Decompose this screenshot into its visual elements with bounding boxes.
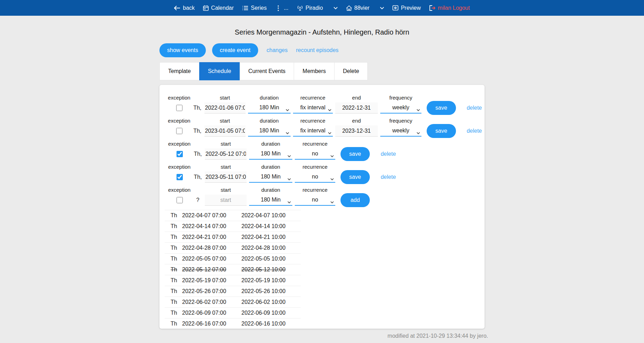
create-event-button[interactable]: create event — [212, 43, 258, 57]
start-input[interactable] — [205, 148, 247, 160]
nav-studio-label: 88vier — [354, 5, 370, 11]
delete-link[interactable]: delete — [467, 101, 482, 115]
duration-label: duration — [260, 95, 279, 102]
duration-label: duration — [260, 118, 279, 125]
end-input[interactable] — [335, 125, 378, 137]
chevron-down-icon — [417, 130, 420, 136]
save-button[interactable]: save — [427, 124, 456, 138]
recurrence-select[interactable]: no — [295, 148, 335, 160]
schedule-row: exception Th, start duration 180 Min rec… — [168, 141, 485, 160]
schedule-row: exception Th, start duration 180 Min rec… — [168, 118, 485, 137]
start-input[interactable] — [204, 102, 246, 114]
tab-schedule[interactable]: Schedule — [199, 62, 240, 80]
schedule-add-row: exception ? start duration 180 Min recur… — [168, 187, 485, 206]
recurrence-label: recurrence — [302, 164, 328, 171]
recurrence-label: recurrence — [300, 118, 325, 125]
chevron-down-icon — [287, 176, 291, 182]
nav-preview[interactable]: Preview — [392, 5, 421, 11]
nav-calendar-label: Calendar — [211, 5, 234, 11]
nav-logout[interactable]: milan Logout — [429, 5, 470, 11]
show-events-button[interactable]: show events — [159, 43, 206, 57]
day-label: Th, — [193, 125, 202, 137]
exception-checkbox[interactable] — [177, 151, 183, 157]
add-button[interactable]: add — [340, 193, 370, 207]
exception-label: exception — [168, 95, 190, 102]
frequency-select[interactable]: weekly — [380, 125, 421, 137]
tab-template[interactable]: Template — [159, 62, 200, 80]
end-label: end — [352, 118, 361, 125]
nav-preview-label: Preview — [401, 5, 421, 11]
frequency-select[interactable]: weekly — [380, 102, 421, 114]
chevron-down-icon — [330, 199, 334, 205]
station-dropdown-chevron[interactable] — [334, 7, 338, 9]
recount-episodes-link[interactable]: recount episodes — [296, 47, 339, 53]
nav-calendar[interactable]: Calendar — [203, 5, 234, 11]
duration-select[interactable]: 180 Min — [248, 102, 291, 114]
nav-more-label: ... — [284, 5, 288, 11]
duration-label: duration — [261, 164, 280, 171]
page-title: Series Morgenmagazin - Aufstehn, Hinlege… — [0, 28, 644, 36]
recurrence-select[interactable]: no — [295, 172, 335, 183]
tab-delete[interactable]: Delete — [334, 62, 368, 80]
exception-label: exception — [168, 141, 190, 148]
end-input[interactable] — [335, 102, 378, 114]
chevron-down-icon — [417, 107, 420, 113]
start-label: start — [220, 164, 231, 171]
event-row: Th 2022-05-26 07:00 2022-05-26 10:00 — [165, 286, 301, 297]
event-row: Th 2022-05-19 07:00 2022-05-19 10:00 — [165, 275, 301, 286]
duration-select[interactable]: 180 Min — [249, 172, 292, 183]
nav-station[interactable]: Piradio — [297, 5, 323, 11]
duration-label: duration — [261, 141, 280, 148]
chevron-down-icon — [330, 176, 334, 182]
changes-link[interactable]: changes — [267, 47, 288, 53]
start-input[interactable] — [205, 172, 247, 183]
start-label: start — [220, 141, 231, 148]
list-icon — [242, 6, 248, 10]
recurrence-select[interactable]: fix interval — [293, 125, 333, 137]
save-button[interactable]: save — [427, 101, 456, 115]
save-button[interactable]: save — [340, 147, 370, 161]
delete-link[interactable]: delete — [381, 147, 396, 161]
nav-back[interactable]: back — [174, 5, 195, 11]
arrow-left-icon — [174, 6, 180, 10]
exception-label: exception — [168, 164, 190, 171]
schedule-row: exception Th, start duration 180 Min rec… — [168, 95, 485, 114]
delete-link[interactable]: delete — [467, 124, 482, 138]
schedule-panel: exception Th, start duration 180 Min rec… — [159, 85, 485, 329]
nav-series[interactable]: Series — [242, 5, 267, 11]
tab-members[interactable]: Members — [294, 62, 335, 80]
duration-select[interactable]: 180 Min — [249, 148, 292, 160]
chevron-down-icon — [287, 153, 291, 159]
save-button[interactable]: save — [340, 170, 370, 184]
nav-studio[interactable]: 88vier — [346, 5, 370, 11]
recurrence-select[interactable]: fix interval — [293, 102, 333, 114]
events-table: Th 2022-04-07 07:00 2022-04-07 10:00 Th … — [165, 210, 301, 329]
nav-more[interactable]: ⋮ ... — [275, 5, 288, 11]
exception-checkbox[interactable] — [177, 174, 183, 180]
start-input[interactable] — [204, 125, 246, 137]
studio-dropdown-chevron[interactable] — [380, 7, 384, 9]
duration-select[interactable]: 180 Min — [249, 195, 292, 206]
day-label: ? — [193, 194, 202, 206]
chevron-down-icon — [287, 199, 291, 205]
exception-checkbox[interactable] — [177, 197, 183, 203]
antenna-icon — [297, 5, 303, 11]
calendar-icon — [203, 5, 209, 11]
event-row: Th 2022-04-14 07:00 2022-04-14 10:00 — [165, 221, 301, 232]
delete-link[interactable]: delete — [381, 170, 396, 184]
exception-checkbox[interactable] — [176, 105, 182, 111]
event-row-cancelled: Th 2022-05-12 07:00 2022-05-12 10:00 — [165, 264, 301, 275]
start-input[interactable] — [205, 195, 247, 206]
duration-select[interactable]: 180 Min — [248, 125, 291, 137]
tab-bar: Template Schedule Current Events Members… — [159, 62, 485, 80]
schedule-row: exception Th, start duration 180 Min rec… — [168, 164, 485, 183]
exception-checkbox[interactable] — [176, 128, 182, 134]
tab-current-events[interactable]: Current Events — [240, 62, 294, 80]
event-row: Th 2022-06-09 07:00 2022-06-09 10:00 — [165, 308, 301, 319]
event-row: Th 2022-04-28 07:00 2022-04-28 10:00 — [165, 243, 301, 254]
day-label: Th, — [193, 148, 202, 160]
chevron-down-icon — [286, 130, 289, 136]
home-icon — [346, 5, 352, 11]
start-label: start — [220, 118, 230, 125]
recurrence-select[interactable]: no — [295, 195, 335, 206]
